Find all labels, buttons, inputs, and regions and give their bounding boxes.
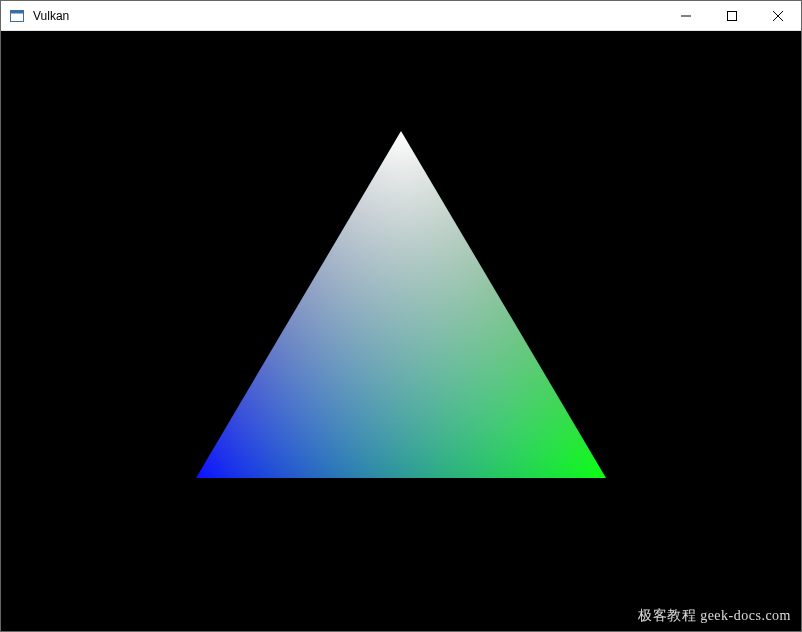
svg-rect-1 xyxy=(11,10,24,13)
maximize-icon xyxy=(727,11,737,21)
svg-marker-9 xyxy=(196,131,606,478)
window-controls xyxy=(663,1,801,30)
app-window: Vulkan xyxy=(0,0,802,632)
minimize-button[interactable] xyxy=(663,1,709,30)
render-viewport: 极客教程 geek-docs.com xyxy=(1,31,801,631)
svg-rect-3 xyxy=(728,11,737,20)
close-button[interactable] xyxy=(755,1,801,30)
maximize-button[interactable] xyxy=(709,1,755,30)
titlebar[interactable]: Vulkan xyxy=(1,1,801,31)
window-title: Vulkan xyxy=(31,9,663,23)
app-window-icon xyxy=(9,8,25,24)
minimize-icon xyxy=(681,11,691,21)
rendered-triangle xyxy=(1,31,801,631)
close-icon xyxy=(773,11,783,21)
